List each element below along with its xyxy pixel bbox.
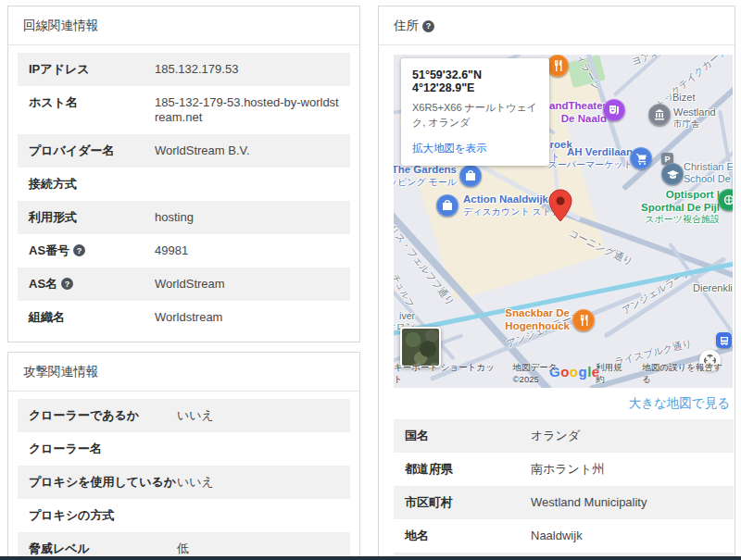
school-icon[interactable] [661,163,684,185]
view-bigger-map-link[interactable]: 大きな地図で見る [394,388,734,414]
sports-complex-icon[interactable] [718,189,733,211]
row-value: 185.132.179.53 [155,62,339,77]
row-value [177,508,339,523]
theater-icon[interactable] [603,99,625,121]
table-row: プロキシを使用しているか いいえ [18,466,350,499]
poi-label-school[interactable]: Christian Ele School De G [684,161,733,185]
row-value: Worldstream [155,310,339,325]
row-label: AS番号? [29,243,155,258]
help-icon[interactable]: ? [61,278,73,290]
map-attribution: キーボード ショートカット 地図データ ©2025 利用規約 地図の誤りを報告す… [394,362,729,386]
row-value: WorldStream B.V. [155,143,339,158]
terms-link[interactable]: 利用規約 [596,362,630,386]
shopping-mall-icon[interactable] [459,165,482,187]
road-label: チュルフ [394,272,416,309]
attack-info-panel: 攻撃関連情報 クローラーであるか いいえ クローラー名 プロキシを使用しているか… [7,352,360,560]
poi-label-cityhall[interactable]: Westland 市庁舎 [673,106,716,129]
line-info-panel: 回線関連情報 IPアドレス 185.132.179.53 ホスト名 185-13… [7,6,360,342]
table-row: IPアドレス 185.132.179.53 [18,53,350,86]
row-label: 接続方式 [29,177,155,192]
help-icon[interactable]: ? [73,244,85,256]
row-label: AS名? [29,277,155,292]
row-label: 都道府県 [405,462,531,477]
footer-top-edge [0,556,741,560]
row-label: プロキシを使用しているか [29,475,177,490]
poi-label-optisport[interactable]: Optisport | Sporthal De Pijl スポーツ複合施設 [641,189,720,225]
row-value: hosting [155,210,339,225]
table-row: 接続方式 [18,168,350,201]
poi-label-the-gardens[interactable]: The Gardens ショッピング モール [394,164,457,187]
restaurant-icon[interactable] [546,55,569,77]
row-label: 脅威レベル [29,541,177,556]
table-row: プロキシの方式 [18,499,350,532]
row-value: WorldStream [155,277,339,292]
row-value: いいえ [177,408,339,423]
row-label: プロキシの方式 [29,508,177,523]
road-label: ヨアネス [630,55,672,68]
row-value: 低 [177,541,339,556]
panel-title-attack-info: 攻撃関連情報 [8,353,359,392]
row-label: 利用形式 [29,210,155,225]
row-label: 市区町村 [405,495,531,510]
snackbar-icon[interactable] [572,309,595,331]
poi-label-ah-verdilaan[interactable]: AH Verdilaan スーパーマーケット [548,146,633,169]
table-row: クローラー名 [18,432,350,466]
row-label: 国名 [405,429,531,443]
poi-label-dierenkliniek[interactable]: Dierenklini [693,282,733,294]
table-row: 組織名 Worldstream [18,301,350,334]
row-value: Naaldwijk [531,529,722,543]
poi-label-snackbar[interactable]: Snackbar De Hogenhouck [505,307,570,332]
table-row: 利用形式 hosting [18,201,350,234]
table-row: クローラーであるか いいえ [18,399,350,432]
table-row: AS番号? 49981 [18,234,350,268]
table-row: プロバイダー名 WorldStream B.V. [18,134,350,168]
row-label: クローラー名 [29,442,177,456]
plus-code: X6R5+X66 ナールトウェイク, オランダ [412,101,538,131]
row-value: オランダ [531,429,722,443]
row-label: ホスト名 [29,95,155,125]
row-value: 南ホラント州 [531,462,722,477]
discount-store-icon[interactable] [436,194,458,217]
table-row: 市区町村 Westland Municipality [394,486,734,519]
row-value: 185-132-179-53.hosted-by-worldstream.net [155,95,339,125]
table-row: 国名 オランダ [394,419,734,453]
supermarket-icon[interactable] [630,147,652,169]
keyboard-shortcuts-link[interactable]: キーボード ショートカット [394,362,501,386]
table-row: 地名 Naaldwijk [394,519,734,553]
bus-stop-icon[interactable] [716,332,732,348]
location-pin[interactable] [548,189,572,226]
help-icon[interactable]: ? [422,20,434,32]
panel-title-line-info: 回線関連情報 [8,6,359,45]
city-hall-icon[interactable] [648,104,671,126]
coordinates-title: 51°59'32.6"N 4°12'28.9"E [412,68,538,94]
table-row: 都道府県 南ホラント州 [394,453,734,486]
row-value [177,442,339,456]
row-label: クローラーであるか [29,408,177,423]
row-value [155,177,339,192]
row-value: 49981 [155,243,339,258]
poi-label-action[interactable]: Action Naaldwijk ディスカウント ストア [463,193,560,217]
table-row: AS名? WorldStream [18,268,350,301]
report-map-error-link[interactable]: 地図の誤りを報告する [642,362,729,386]
row-label: プロバイダー名 [29,143,155,158]
google-map-embed[interactable]: ィラーン ヨアネス ストックテイクカーデ コーニング通り アンジェルラーン アン… [394,55,733,388]
address-panel: 住所? [378,6,735,560]
row-value: Westland Municipality [531,495,722,510]
panel-title-address: 住所? [379,6,735,45]
row-value: いいえ [177,475,339,490]
row-label: IPアドレス [29,62,155,77]
poi-label-bizet[interactable]: Bizet [672,92,695,104]
row-label: 地名 [405,529,531,543]
map-info-card: 51°59'32.6"N 4°12'28.9"E X6R5+X66 ナールトウェ… [401,58,549,166]
row-label: 組織名 [29,310,155,325]
view-larger-map-link[interactable]: 拡大地図を表示 [412,142,538,156]
map-data-copyright: 地図データ ©2025 [513,362,584,386]
table-row: ホスト名 185-132-179-53.hosted-by-worldstrea… [18,86,350,134]
